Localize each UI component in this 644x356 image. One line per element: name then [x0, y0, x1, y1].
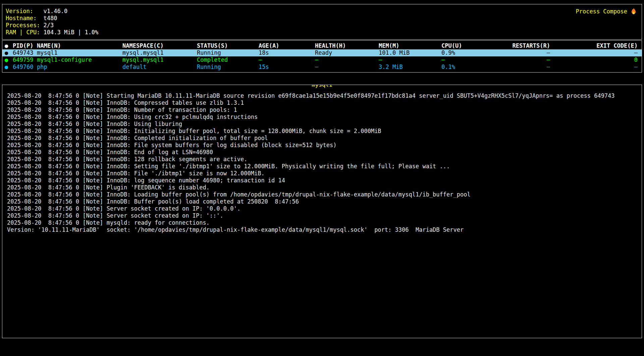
version-label: Version:	[6, 8, 44, 15]
log-line: 2025-08-20 8:47:56 0 [Note] InnoDB: Usin…	[7, 121, 637, 128]
processes-label: Processes:	[6, 22, 44, 29]
hostname-value: t480	[44, 15, 57, 21]
ram-cpu-label: RAM | CPU:	[6, 29, 44, 36]
cell-mem: 101.0 MiB	[379, 49, 441, 56]
cell-name: mysql1-configure	[37, 56, 122, 63]
column-cpu: CPU(U)	[441, 42, 492, 49]
log-line: 2025-08-20 8:47:56 0 [Note] Plugin 'FEED…	[7, 184, 637, 191]
flame-icon	[630, 8, 637, 15]
log-line: 2025-08-20 8:47:56 0 [Note] InnoDB: Numb…	[7, 106, 637, 114]
log-line: 2025-08-20 8:47:56 0 [Note] InnoDB: Load…	[7, 191, 637, 198]
column-age: AGE(A)	[259, 42, 315, 49]
processes-value: 2/3	[44, 22, 54, 29]
process-row-mysql1-configure[interactable]: ● 649759 mysql1-configure mysql.mysql1 C…	[2, 56, 642, 63]
cell-status: Completed	[197, 56, 259, 63]
log-panel[interactable]: mysql1 2025-08-20 8:47:56 0 [Note] Start…	[2, 85, 642, 338]
cell-restarts: –	[492, 63, 550, 71]
log-line: 2025-08-20 8:47:56 0 [Note] InnoDB: End …	[7, 149, 637, 156]
log-line: 2025-08-20 8:47:56 0 [Note] Server socke…	[7, 212, 637, 219]
hostname-label: Hostname:	[6, 15, 44, 22]
cell-age: 15s	[259, 63, 315, 71]
log-line: 2025-08-20 8:47:56 0 [Note] InnoDB: 128 …	[7, 156, 637, 163]
footer-hotkey-bar: F1ShortcutsLOGS:F4MaximizeF5UnfollowF6Un…	[2, 343, 642, 350]
cell-exit-code: –	[550, 63, 638, 71]
status-dot-icon: ●	[5, 56, 13, 63]
app-title: Process Compose	[576, 8, 637, 15]
cell-pid: 649743	[13, 49, 37, 56]
column-name: NAME(N)	[37, 42, 122, 49]
log-line: 2025-08-20 8:47:56 0 [Note] Starting Mar…	[7, 92, 637, 99]
column-exit-code: EXIT CODE(E)	[550, 42, 638, 49]
log-line: 2025-08-20 8:47:56 0 [Note] InnoDB: log …	[7, 177, 637, 184]
table-header-row: ● PID(P) NAME(N) NAMESPACE(C) STATUS(S) …	[2, 42, 642, 49]
cell-exit-code: 0	[550, 56, 638, 63]
cell-status: Running	[197, 49, 259, 56]
cell-mem: –	[379, 56, 441, 63]
ram-cpu-line: RAM | CPU:104.3 MiB | 1.0%	[6, 29, 98, 36]
column-mem: MEM(M)	[379, 42, 441, 49]
cell-name: mysql1	[37, 49, 122, 56]
hostname-line: Hostname:t480	[6, 15, 98, 22]
log-line: 2025-08-20 8:47:56 0 [Note] InnoDB: Init…	[7, 128, 637, 135]
log-lines: 2025-08-20 8:47:56 0 [Note] Starting Mar…	[7, 92, 637, 233]
process-row-php[interactable]: ● 649760 php default Running 15s – 3.2 M…	[2, 63, 642, 71]
process-row-mysql1[interactable]: ● 649743 mysql1 mysql.mysql1 Running 18s…	[2, 49, 642, 56]
cell-restarts: –	[492, 49, 550, 56]
cell-restarts: –	[492, 56, 550, 63]
log-line: 2025-08-20 8:47:56 0 [Note] InnoDB: File…	[7, 142, 637, 149]
cell-cpu: –	[441, 56, 492, 63]
cell-status: Running	[197, 63, 259, 71]
log-line: 2025-08-20 8:47:56 0 [Note] mysqld: read…	[7, 219, 637, 226]
ram-cpu-value: 104.3 MiB | 1.0%	[44, 29, 99, 36]
log-line: 2025-08-20 8:47:56 0 [Note] InnoDB: Sett…	[7, 163, 637, 170]
cell-exit-code: –	[550, 49, 638, 56]
column-pid: PID(P)	[13, 42, 37, 49]
version-value: v1.46.0	[44, 8, 68, 14]
cell-cpu: 0.9%	[441, 49, 492, 56]
header-panel: Version:v1.46.0 Hostname:t480 Processes:…	[2, 4, 642, 40]
column-restarts: RESTARTS(R)	[492, 42, 550, 49]
cell-age: 18s	[259, 49, 315, 56]
log-panel-title: mysql1	[311, 85, 333, 88]
cell-name: php	[37, 63, 122, 71]
cell-health: –	[315, 63, 379, 71]
cell-namespace: mysql.mysql1	[122, 56, 197, 63]
processes-line: Processes:2/3	[6, 22, 98, 29]
cell-pid: 649760	[13, 63, 37, 71]
version-line: Version:v1.46.0	[6, 8, 98, 15]
cell-pid: 649759	[13, 56, 37, 63]
cell-namespace: mysql.mysql1	[122, 49, 197, 56]
status-dot-icon: ●	[5, 63, 13, 71]
app-title-text: Process Compose	[576, 8, 627, 15]
cell-health: –	[315, 56, 379, 63]
log-line: 2025-08-20 8:47:56 0 [Note] InnoDB: File…	[7, 170, 637, 177]
process-table: ● PID(P) NAME(N) NAMESPACE(C) STATUS(S) …	[2, 40, 642, 73]
log-line: 2025-08-20 8:47:56 0 [Note] InnoDB: Comp…	[7, 99, 637, 106]
cell-namespace: default	[122, 63, 197, 71]
log-line: 2025-08-20 8:47:56 0 [Note] InnoDB: Usin…	[7, 114, 637, 121]
system-stats: Version:v1.46.0 Hostname:t480 Processes:…	[6, 8, 98, 36]
cell-mem: 3.2 MiB	[379, 63, 441, 71]
column-namespace: NAMESPACE(C)	[122, 42, 197, 49]
log-line: 2025-08-20 8:47:56 0 [Note] InnoDB: Buff…	[7, 198, 637, 205]
cell-health: Ready	[315, 49, 379, 56]
log-line: 2025-08-20 8:47:56 0 [Note] Server socke…	[7, 205, 637, 212]
cell-age: –	[259, 56, 315, 63]
column-status: STATUS(S)	[197, 42, 259, 49]
log-line: Version: '10.11.11-MariaDB' socket: '/ho…	[7, 226, 637, 233]
column-health: HEALTH(H)	[315, 42, 379, 49]
log-line: 2025-08-20 8:47:56 0 [Note] InnoDB: Comp…	[7, 135, 637, 142]
cell-cpu: 0.1%	[441, 63, 492, 71]
status-dot-icon: ●	[5, 49, 13, 56]
column-status-dot: ●	[5, 42, 13, 49]
